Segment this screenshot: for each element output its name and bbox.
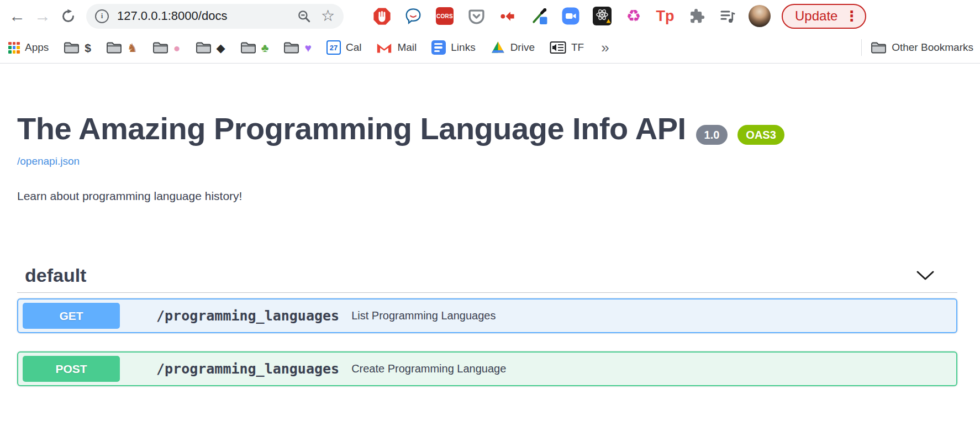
- gmail-icon: [376, 41, 392, 54]
- url-text[interactable]: 127.0.0.1:8000/docs: [117, 9, 227, 23]
- operation-path: /programming_languages: [156, 361, 339, 377]
- post-method-badge: POST: [23, 356, 120, 382]
- browser-toolbar: ← → i 127.0.0.1:8000/docs ☆: [0, 0, 980, 32]
- stop-hand-extension-icon[interactable]: [372, 7, 391, 25]
- carousel-horse-emoji: ♞: [127, 42, 138, 54]
- other-bookmarks-label: Other Bookmarks: [892, 41, 973, 54]
- back-button[interactable]: ←: [4, 3, 30, 29]
- forward-button[interactable]: →: [30, 3, 55, 29]
- bookmark-folder-graduation-cap[interactable]: ◆: [196, 41, 225, 54]
- google-calendar-icon: 27: [326, 40, 341, 55]
- folder-icon: [871, 41, 887, 54]
- bookmark-label: Links: [451, 41, 475, 54]
- links-doc-icon: [431, 40, 446, 55]
- operation-summary: Create Programming Language: [351, 362, 506, 375]
- folder-icon: [152, 41, 168, 54]
- purple-heart-emoji: ♥: [304, 42, 311, 54]
- bookmark-apps[interactable]: Apps: [8, 41, 49, 54]
- cors-extension-label: CORS: [436, 7, 454, 25]
- red-share-extension-icon[interactable]: [498, 7, 517, 25]
- api-title: The Amazing Programming Language Info AP…: [17, 111, 686, 146]
- bookmark-folder-dollar[interactable]: $: [64, 41, 91, 54]
- recycle-glyph: ♻: [626, 8, 641, 24]
- bookmark-label: Apps: [25, 41, 49, 54]
- herb-emoji: ♣: [261, 42, 269, 54]
- zoom-video-extension-icon[interactable]: [561, 7, 580, 25]
- bookmark-folder-brain[interactable]: ●: [152, 41, 181, 54]
- bookmark-gmail[interactable]: Mail: [376, 41, 417, 54]
- browser-chrome: ← → i 127.0.0.1:8000/docs ☆: [0, 0, 980, 64]
- puzzle-extensions-icon[interactable]: [687, 7, 706, 25]
- tp-extension-label: Tp: [656, 9, 675, 24]
- get-method-badge: GET: [23, 303, 120, 329]
- bookmark-folder-carousel-horse[interactable]: ♞: [106, 41, 138, 54]
- bookmarks-bar: Apps $ ♞ ● ◆ ♣ ♥ 27 Cal: [0, 32, 980, 64]
- section-title: default: [25, 265, 86, 286]
- update-label: Update: [795, 8, 837, 24]
- extensions-area: CORS ♻ Tp: [372, 7, 737, 25]
- bookmark-calendar[interactable]: 27 Cal: [326, 40, 362, 55]
- browser-menu-icon[interactable]: ⋮: [844, 9, 858, 23]
- zoom-out-icon[interactable]: [297, 9, 311, 23]
- tp-extension-icon[interactable]: Tp: [656, 7, 675, 25]
- google-drive-icon: [491, 41, 505, 55]
- site-info-icon[interactable]: i: [95, 9, 109, 23]
- operation-path: /programming_languages: [156, 308, 339, 324]
- bookmark-label: TF: [571, 41, 584, 54]
- api-description: Learn about programming language history…: [17, 190, 957, 203]
- other-bookmarks[interactable]: Other Bookmarks: [871, 41, 973, 54]
- folder-icon: [106, 41, 122, 54]
- bookmark-label: Mail: [397, 41, 417, 54]
- bookmark-folder-purple-heart[interactable]: ♥: [283, 41, 311, 54]
- section-default: default GET /programming_languages List …: [17, 258, 957, 386]
- eyedropper-extension-icon[interactable]: [530, 7, 549, 25]
- bookmark-label: Drive: [510, 41, 535, 54]
- oas3-badge: OAS3: [737, 125, 784, 145]
- folder-icon: [64, 41, 80, 54]
- folder-icon: [240, 41, 256, 54]
- pink-recycle-extension-icon[interactable]: ♻: [624, 7, 643, 25]
- tf-card-icon: [550, 40, 566, 55]
- back-arrow-icon: ←: [9, 8, 25, 24]
- bookmarks-divider: [861, 39, 862, 56]
- bookmark-star-icon[interactable]: ☆: [321, 8, 335, 24]
- chat-bubble-extension-icon[interactable]: [404, 7, 423, 25]
- update-button[interactable]: Update ⋮: [782, 4, 866, 29]
- bookmark-links[interactable]: Links: [431, 40, 475, 55]
- version-badge: 1.0: [696, 125, 728, 145]
- folder-icon: [283, 41, 299, 54]
- openapi-json-link[interactable]: /openapi.json: [17, 155, 80, 167]
- react-devtools-extension-icon[interactable]: [593, 7, 612, 25]
- reload-icon: [61, 9, 76, 24]
- bookmarks-overflow-chevron[interactable]: »: [601, 39, 609, 56]
- profile-avatar[interactable]: [749, 5, 771, 27]
- dollar-emoji: $: [85, 42, 91, 54]
- collapse-section-button[interactable]: [915, 270, 935, 281]
- forward-arrow-icon: →: [34, 8, 51, 24]
- bookmark-drive[interactable]: Drive: [491, 41, 535, 55]
- operation-post-programming-languages[interactable]: POST /programming_languages Create Progr…: [17, 351, 957, 386]
- cors-extension-icon[interactable]: CORS: [435, 7, 454, 25]
- media-playlist-icon[interactable]: [719, 7, 737, 25]
- reload-button[interactable]: [55, 3, 81, 29]
- api-info-header: The Amazing Programming Language Info AP…: [17, 111, 957, 146]
- apps-grid-icon: [8, 42, 20, 54]
- operation-summary: List Programming Languages: [351, 309, 496, 322]
- bookmark-label: Cal: [346, 41, 362, 54]
- chevron-down-icon: [915, 270, 935, 281]
- operation-get-programming-languages[interactable]: GET /programming_languages List Programm…: [17, 298, 957, 333]
- bookmark-tf[interactable]: TF: [550, 40, 584, 55]
- pocket-extension-icon[interactable]: [467, 7, 486, 25]
- brain-emoji: ●: [173, 42, 181, 54]
- address-bar[interactable]: i 127.0.0.1:8000/docs ☆: [86, 4, 344, 29]
- section-default-header[interactable]: default: [17, 258, 957, 293]
- folder-icon: [196, 41, 212, 54]
- bookmark-folder-herb[interactable]: ♣: [240, 41, 269, 54]
- swagger-docs-page: The Amazing Programming Language Info AP…: [0, 64, 957, 386]
- graduation-cap-emoji: ◆: [217, 42, 225, 54]
